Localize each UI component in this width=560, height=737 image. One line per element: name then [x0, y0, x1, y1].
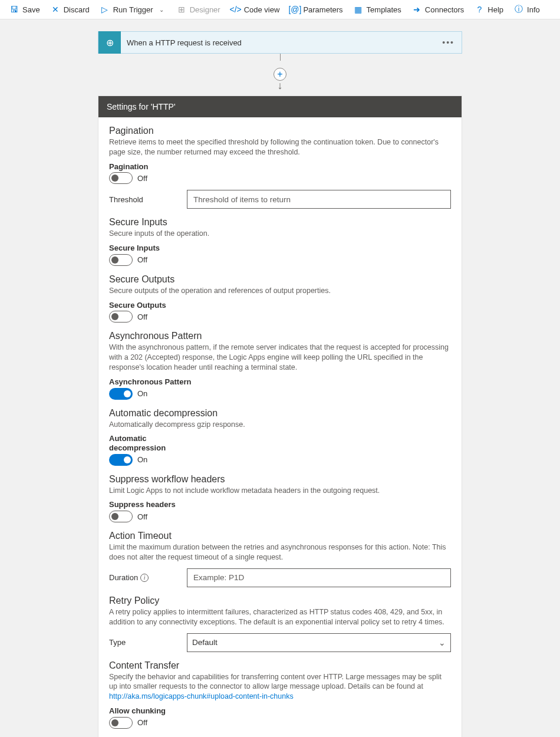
code-icon: </>: [231, 5, 241, 14]
retry-type-value: Default: [192, 638, 218, 647]
secure-inputs-label: Secure Inputs: [109, 244, 451, 253]
threshold-input[interactable]: [187, 190, 451, 209]
save-button[interactable]: 🖫Save: [5, 2, 45, 17]
secure-outputs-label: Secure Outputs: [109, 301, 451, 310]
http-trigger-icon: ⊕: [98, 31, 121, 54]
async-pattern-section: Asynchronous Pattern With the asynchrono…: [109, 331, 451, 399]
async-state: On: [137, 389, 147, 398]
async-title: Asynchronous Pattern: [109, 331, 451, 341]
async-toggle[interactable]: [109, 388, 133, 400]
timeout-title: Action Timeout: [109, 531, 451, 541]
decompress-desc: Automatically decompress gzip response.: [109, 420, 451, 430]
connector-line: + ↓: [98, 54, 462, 92]
play-icon: ▷: [100, 5, 110, 14]
secure-inputs-state: Off: [137, 255, 147, 264]
decompress-state: On: [137, 455, 147, 464]
info-icon: ⓘ: [514, 5, 523, 14]
parameters-label: Parameters: [303, 5, 342, 14]
help-label: Help: [487, 5, 503, 14]
timeout-desc: Limit the maximum duration between the r…: [109, 542, 451, 562]
decompress-label: Automatic decompression: [109, 434, 174, 452]
code-view-button[interactable]: </>Code view: [226, 2, 285, 17]
secure-outputs-desc: Secure outputs of the operation and refe…: [109, 286, 451, 296]
ellipsis-icon[interactable]: •••: [442, 38, 454, 47]
chevron-down-icon: ⌄: [439, 638, 446, 647]
run-trigger-label: Run Trigger: [113, 5, 153, 14]
content-transfer-section: Content Transfer Specify the behavior an…: [109, 660, 451, 729]
run-trigger-button[interactable]: ▷Run Trigger⌄: [95, 2, 171, 17]
secure-outputs-toggle[interactable]: [109, 311, 133, 323]
retry-policy-section: Retry Policy A retry policy applies to i…: [109, 595, 451, 652]
chunking-toggle[interactable]: [109, 717, 133, 729]
info-icon[interactable]: i: [140, 574, 149, 582]
info-button[interactable]: ⓘInfo: [509, 2, 545, 17]
settings-header: Settings for 'HTTP': [98, 96, 462, 117]
secure-outputs-state: Off: [137, 312, 147, 321]
pagination-title: Pagination: [109, 126, 451, 136]
decompress-title: Automatic decompression: [109, 408, 451, 419]
action-timeout-section: Action Timeout Limit the maximum duratio…: [109, 531, 451, 587]
suppress-toggle[interactable]: [109, 511, 133, 522]
suppress-desc: Limit Logic Apps to not include workflow…: [109, 486, 451, 496]
discard-button[interactable]: ✕Discard: [46, 2, 94, 17]
designer-canvas: ⊕ When a HTTP request is received ••• + …: [0, 19, 560, 737]
async-desc: With the asynchronous pattern, if the re…: [109, 343, 451, 373]
retry-type-label: Type: [109, 638, 180, 647]
discard-icon: ✕: [51, 5, 60, 14]
parameters-button[interactable]: [@]Parameters: [285, 2, 347, 17]
decompression-section: Automatic decompression Automatically de…: [109, 408, 451, 466]
retry-type-select[interactable]: Default⌄: [187, 633, 451, 652]
settings-panel: Settings for 'HTTP' Pagination Retrieve …: [98, 96, 462, 737]
help-icon: ?: [475, 5, 484, 14]
suppress-state: Off: [137, 512, 147, 521]
arrow-down-icon: ↓: [278, 80, 283, 92]
templates-button[interactable]: ▦Templates: [349, 2, 406, 17]
designer-button[interactable]: ⊞Designer: [172, 2, 225, 17]
chunking-label: Allow chunking: [109, 706, 451, 716]
discard-label: Discard: [64, 5, 90, 14]
threshold-label: Threshold: [109, 195, 180, 204]
parameters-icon: [@]: [290, 5, 299, 14]
secure-inputs-title: Secure Inputs: [109, 217, 451, 228]
suppress-title: Suppress workflow headers: [109, 474, 451, 485]
chevron-down-icon: ⌄: [157, 5, 166, 14]
secure-inputs-desc: Secure inputs of the operation.: [109, 229, 451, 239]
pagination-section: Pagination Retrieve items to meet the sp…: [109, 126, 451, 209]
toolbar: 🖫Save ✕Discard ▷Run Trigger⌄ ⊞Designer <…: [0, 0, 560, 19]
pagination-toggle[interactable]: [109, 172, 133, 184]
retry-desc: A retry policy applies to intermittent f…: [109, 607, 451, 627]
designer-label: Designer: [190, 5, 220, 14]
decompress-toggle[interactable]: [109, 454, 133, 466]
add-step-button[interactable]: +: [274, 68, 286, 81]
chunking-state: Off: [137, 718, 147, 727]
trigger-card[interactable]: ⊕ When a HTTP request is received •••: [98, 31, 462, 54]
save-label: Save: [22, 5, 40, 14]
pagination-label: Pagination: [109, 162, 451, 172]
secure-inputs-section: Secure Inputs Secure inputs of the opera…: [109, 217, 451, 265]
templates-icon: ▦: [354, 5, 363, 14]
trigger-title: When a HTTP request is received: [121, 38, 248, 47]
content-desc: Specify the behavior and capabilities fo…: [109, 672, 451, 702]
suppress-headers-section: Suppress workflow headers Limit Logic Ap…: [109, 474, 451, 522]
content-link[interactable]: http://aka.ms/logicapps-chunk#upload-con…: [109, 692, 294, 700]
templates-label: Templates: [367, 5, 401, 14]
code-view-label: Code view: [244, 5, 280, 14]
help-button[interactable]: ?Help: [470, 2, 508, 17]
duration-input[interactable]: [187, 568, 451, 587]
save-icon: 🖫: [9, 5, 19, 14]
info-label: Info: [527, 5, 540, 14]
connectors-button[interactable]: ➜Connectors: [407, 2, 469, 17]
designer-icon: ⊞: [177, 5, 186, 14]
content-title: Content Transfer: [109, 660, 451, 671]
duration-label: Durationi: [109, 573, 180, 582]
pagination-state: Off: [137, 174, 147, 183]
pagination-desc: Retrieve items to meet the specified thr…: [109, 137, 451, 157]
secure-outputs-title: Secure Outputs: [109, 274, 451, 285]
retry-title: Retry Policy: [109, 595, 451, 606]
secure-inputs-toggle[interactable]: [109, 254, 133, 266]
secure-outputs-section: Secure Outputs Secure outputs of the ope…: [109, 274, 451, 323]
async-label: Asynchronous Pattern: [109, 377, 451, 387]
connectors-icon: ➜: [412, 5, 421, 14]
connectors-label: Connectors: [425, 5, 464, 14]
suppress-label: Suppress headers: [109, 500, 451, 509]
